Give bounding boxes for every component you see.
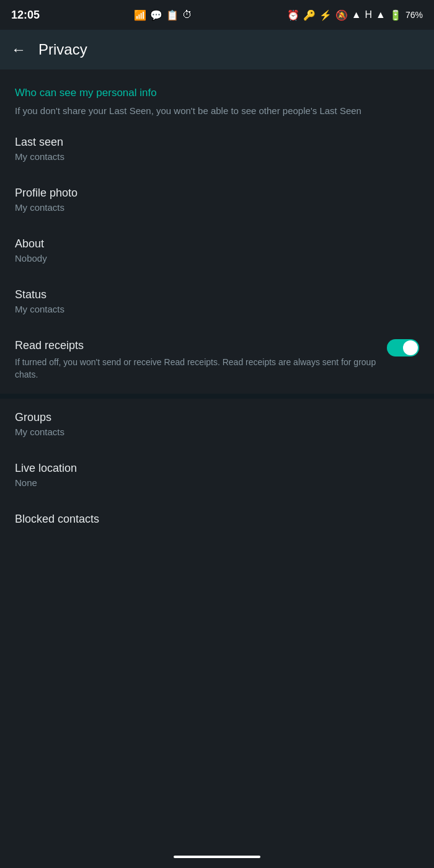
sim-icon: 📋: [166, 9, 179, 21]
battery-percentage: 76%: [405, 10, 423, 20]
back-button[interactable]: ←: [11, 41, 26, 58]
personal-info-description: If you don't share your Last Seen, you w…: [15, 104, 419, 117]
read-receipts-description: If turned off, you won't send or receive…: [15, 356, 377, 381]
read-receipts-label: Read receipts: [15, 339, 377, 352]
last-seen-value: My contacts: [15, 151, 419, 162]
live-location-label: Live location: [15, 462, 419, 475]
blocked-contacts-label: Blocked contacts: [15, 513, 419, 526]
signal-bars-icon: ▲: [376, 9, 386, 20]
read-receipts-item[interactable]: Read receipts If turned off, you won't s…: [0, 327, 434, 394]
groups-text: Groups My contacts: [15, 411, 419, 437]
signal-icon: 📶: [134, 9, 146, 21]
last-seen-text: Last seen My contacts: [15, 136, 419, 162]
groups-item[interactable]: Groups My contacts: [0, 399, 434, 450]
toggle-knob: [403, 340, 418, 355]
nav-bar: [0, 846, 434, 868]
groups-value: My contacts: [15, 427, 419, 437]
personal-info-section-header: Who can see my personal info If you don'…: [0, 69, 434, 123]
status-bar: 12:05 📶 💬 📋 ⏱ ⏰ 🔑 ⚡ 🔕 ▲ H ▲ 🔋 76%: [0, 0, 434, 30]
live-location-item[interactable]: Live location None: [0, 450, 434, 500]
live-location-text: Live location None: [15, 462, 419, 488]
blocked-contacts-item[interactable]: Blocked contacts: [0, 500, 434, 541]
timer-icon: ⏱: [182, 9, 192, 20]
battery-icon: 🔋: [389, 9, 402, 21]
read-receipts-toggle-container: [387, 339, 419, 356]
chat-icon: 💬: [150, 9, 162, 21]
status-label: Status: [15, 288, 419, 301]
last-seen-label: Last seen: [15, 136, 419, 149]
alarm-icon: ⏰: [287, 9, 299, 21]
live-location-value: None: [15, 477, 419, 488]
about-value: Nobody: [15, 253, 419, 264]
read-receipts-toggle[interactable]: [387, 339, 419, 356]
bluetooth-icon: ⚡: [319, 9, 332, 21]
wifi-icon: ▲: [352, 9, 361, 20]
status-right-icons: ⏰ 🔑 ⚡ 🔕 ▲ H ▲ 🔋 76%: [287, 9, 423, 21]
profile-photo-text: Profile photo My contacts: [15, 187, 419, 213]
section-divider-1: [0, 394, 434, 399]
profile-photo-value: My contacts: [15, 202, 419, 213]
about-label: About: [15, 237, 419, 250]
about-item[interactable]: About Nobody: [0, 225, 434, 276]
profile-photo-item[interactable]: Profile photo My contacts: [0, 174, 434, 225]
network-icon: H: [365, 9, 373, 20]
content: Who can see my personal info If you don'…: [0, 69, 434, 541]
profile-photo-label: Profile photo: [15, 187, 419, 200]
key-icon: 🔑: [303, 9, 316, 21]
groups-label: Groups: [15, 411, 419, 424]
read-receipts-text: Read receipts If turned off, you won't s…: [15, 339, 387, 381]
about-text: About Nobody: [15, 237, 419, 264]
status-time: 12:05: [11, 9, 40, 22]
app-bar: ← Privacy: [0, 30, 434, 69]
personal-info-title: Who can see my personal info: [15, 87, 419, 99]
page-title: Privacy: [38, 41, 87, 58]
status-icons: 📶 💬 📋 ⏱: [134, 9, 192, 21]
blocked-contacts-text: Blocked contacts: [15, 513, 419, 528]
status-item[interactable]: Status My contacts: [0, 276, 434, 327]
status-text: Status My contacts: [15, 288, 419, 314]
mute-icon: 🔕: [335, 9, 348, 21]
nav-indicator: [174, 856, 260, 858]
last-seen-item[interactable]: Last seen My contacts: [0, 123, 434, 174]
status-value: My contacts: [15, 304, 419, 314]
